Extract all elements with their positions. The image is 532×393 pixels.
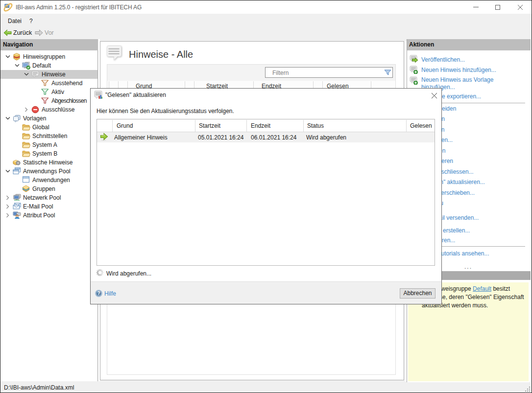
svg-text:?: ? <box>97 291 100 296</box>
